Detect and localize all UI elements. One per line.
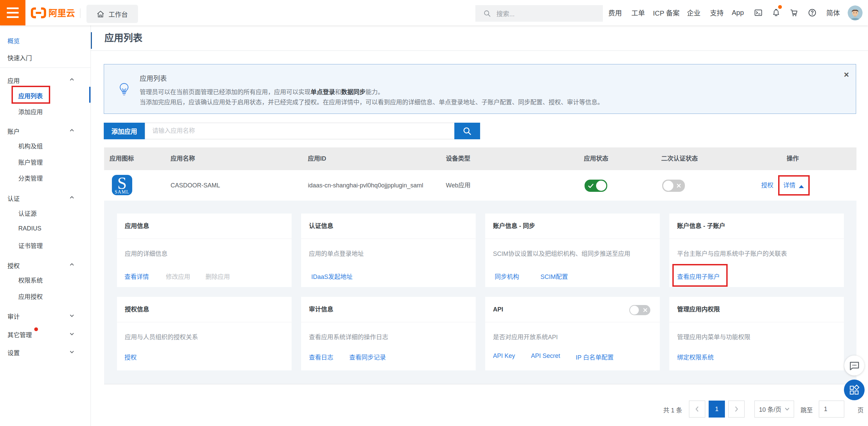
svg-text:阿里云: 阿里云 — [48, 8, 75, 18]
